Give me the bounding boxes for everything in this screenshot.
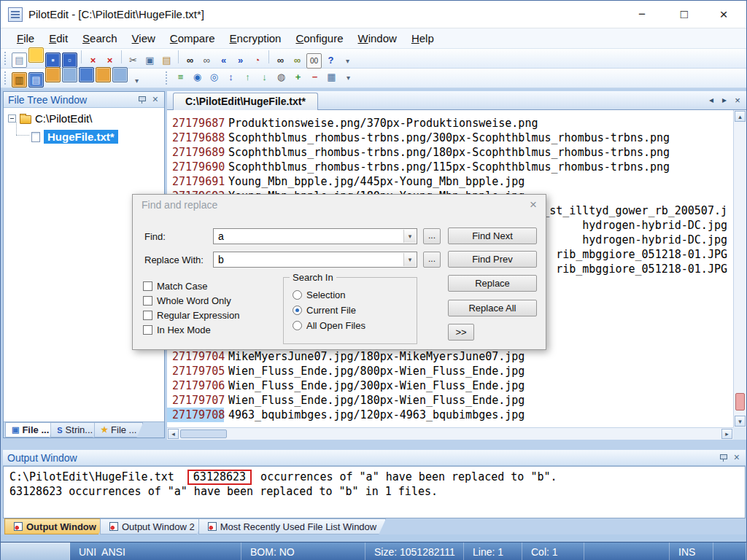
- checkbox-in-hex-mode[interactable]: In Hex Mode: [143, 324, 211, 335]
- radio-selection[interactable]: Selection: [293, 289, 345, 300]
- find-prev-button[interactable]: Find Prev: [448, 251, 537, 268]
- scroll-left-icon[interactable]: ◂: [168, 429, 179, 439]
- collapse-icon[interactable]: −: [307, 70, 322, 85]
- scroll-up-icon[interactable]: ▴: [735, 111, 746, 122]
- checkbox-match-case[interactable]: Match Case: [143, 281, 207, 292]
- menu-window[interactable]: Window: [351, 29, 404, 47]
- web-icon[interactable]: ◎: [206, 70, 222, 85]
- editor-line[interactable]: 27179706Wien_Fluss_Ende.jpg/300px-Wien_F…: [167, 378, 733, 393]
- menu-edit[interactable]: Edit: [42, 29, 75, 47]
- toolbar-grip[interactable]: [166, 71, 168, 85]
- find-next-icon[interactable]: ∞: [199, 53, 214, 69]
- pin-icon[interactable]: [719, 454, 727, 462]
- toolbar-more-icon[interactable]: ▾: [340, 54, 355, 69]
- find-in-files-icon[interactable]: ∞: [273, 53, 288, 69]
- save-all-icon[interactable]: ▫: [62, 52, 77, 68]
- save-icon[interactable]: ▪: [45, 52, 61, 68]
- replace-button[interactable]: Replace: [448, 275, 537, 292]
- tree-node-file[interactable]: HugeFile.txt*: [31, 130, 118, 144]
- scroll-right-icon[interactable]: ▸: [721, 429, 732, 439]
- close-button[interactable]: ×: [704, 1, 743, 28]
- toolbar-grip[interactable]: [4, 71, 7, 85]
- windows-more-icon[interactable]: ▾: [129, 74, 144, 89]
- find-icon[interactable]: ∞: [182, 53, 198, 69]
- tab-scroll-left-icon[interactable]: ◂: [705, 95, 717, 105]
- clip-text-window-icon[interactable]: [62, 67, 77, 82]
- find-dropdown-icon[interactable]: ▾: [403, 230, 416, 243]
- magnifier-icon[interactable]: ◍: [274, 70, 289, 85]
- menu-help[interactable]: Help: [404, 29, 441, 47]
- tab-close-icon[interactable]: ×: [732, 95, 743, 106]
- replace-browse-button[interactable]: ...: [423, 252, 441, 268]
- panel-close-icon[interactable]: ×: [152, 93, 158, 105]
- output-tab-output-window-2[interactable]: Output Window 2: [100, 518, 204, 534]
- tab-scroll-right-icon[interactable]: ▸: [719, 95, 730, 105]
- file-group-window-icon[interactable]: [45, 67, 61, 82]
- more-options-button[interactable]: >>: [448, 324, 474, 341]
- expand-icon[interactable]: +: [290, 70, 306, 85]
- radio-current-file[interactable]: Current File: [293, 305, 356, 316]
- hex-mode-icon[interactable]: 00: [306, 53, 322, 69]
- panel-close-icon[interactable]: ×: [734, 451, 740, 463]
- find-next-button[interactable]: Find Next: [448, 228, 537, 244]
- toolbar-grip[interactable]: [4, 52, 7, 65]
- new-file-icon[interactable]: ▤: [12, 52, 27, 68]
- scheduled-task-icon[interactable]: ◔: [249, 53, 265, 69]
- bookmark-window-icon[interactable]: [112, 67, 128, 82]
- move-down-icon[interactable]: ↓: [257, 70, 272, 85]
- replace-all-button[interactable]: Replace All: [448, 300, 537, 316]
- open-file-icon[interactable]: [28, 47, 44, 63]
- horizontal-scrollbar[interactable]: ◂ ▸: [167, 427, 733, 440]
- find-input[interactable]: a ▾: [213, 228, 417, 244]
- tools-more-icon[interactable]: ▾: [341, 71, 356, 86]
- file-tree-tab-file[interactable]: ▣File ...: [5, 422, 55, 438]
- editor-line[interactable]: 27179688Scophthblmus_rhombus-trbns.png/3…: [167, 131, 733, 145]
- editor-line[interactable]: 271797084963_bqubimbges.jpg/120px-4963_b…: [167, 408, 733, 422]
- editor-line[interactable]: 27179687Produktionsweise.png/370px-Produ…: [167, 116, 733, 131]
- menu-configure[interactable]: Configure: [288, 29, 350, 47]
- radio-all-open-files[interactable]: All Open Files: [293, 320, 365, 331]
- find-browse-button[interactable]: ...: [423, 228, 441, 244]
- paste-icon[interactable]: ▤: [159, 53, 174, 69]
- dialog-close-icon[interactable]: ×: [530, 198, 537, 212]
- tree-expander-icon[interactable]: [8, 114, 16, 122]
- help-icon[interactable]: ?: [323, 53, 338, 69]
- replace-in-files-icon[interactable]: ∞: [290, 53, 305, 69]
- checkbox-regular-expression[interactable]: Regular Expression: [143, 310, 239, 321]
- vertical-scroll-thumb[interactable]: [735, 393, 745, 411]
- ftp-icon[interactable]: ◉: [190, 70, 205, 85]
- vertical-scrollbar[interactable]: ▴ ▾: [733, 110, 746, 427]
- maximize-button[interactable]: □: [665, 1, 704, 28]
- pin-icon[interactable]: [138, 96, 145, 104]
- run-script-icon[interactable]: ≡: [173, 70, 188, 85]
- goto-next-icon[interactable]: »: [233, 53, 248, 69]
- file-tree-tab-file[interactable]: ★File ...: [94, 422, 143, 438]
- editor-line[interactable]: 27179707Wien_Fluss_Ende.jpg/180px-Wien_F…: [167, 393, 733, 408]
- checkbox-whole-word-only[interactable]: Whole Word Only: [143, 295, 231, 306]
- editor-line[interactable]: 27179705Wien_Fluss_Ende.jpg/800px-Wien_F…: [167, 364, 733, 378]
- string-window-icon[interactable]: ▤: [28, 72, 44, 88]
- menu-compare[interactable]: Compare: [163, 29, 222, 47]
- replace-input[interactable]: b ▾: [213, 252, 417, 268]
- editor-line[interactable]: 27179690Scophthblmus_rhombus-trbns.png/1…: [167, 160, 733, 174]
- replace-dropdown-icon[interactable]: ▾: [403, 253, 416, 266]
- menu-search[interactable]: Search: [75, 29, 125, 47]
- scroll-down-icon[interactable]: ▾: [735, 416, 746, 427]
- tree-node-root[interactable]: C:\PilotEdit\: [8, 112, 92, 125]
- goto-previous-icon[interactable]: «: [216, 53, 231, 69]
- editor-line[interactable]: 27179689Scophthblmus_rhombus-trbns.png/1…: [167, 145, 733, 160]
- grid-icon[interactable]: ▦: [324, 70, 339, 85]
- output-tab-most-recently-used-file-list-window[interactable]: Most Recently Used File List Window: [198, 518, 387, 534]
- editor-line[interactable]: 27179704MikeMyersJune07.jpg/180px-MikeMy…: [167, 349, 733, 364]
- file-tree-window-icon[interactable]: ▥: [12, 72, 27, 88]
- sort-icon[interactable]: ↕: [223, 70, 239, 85]
- editor-line[interactable]: 27179691Young_Mbn_bpple.jpg/445px-Young_…: [167, 174, 733, 189]
- file-tree-tab-strin[interactable]: SStrin...: [50, 422, 99, 438]
- editor-tab[interactable]: C:\PilotEdit\HugeFile.txt*: [173, 93, 318, 110]
- move-up-icon[interactable]: ↑: [240, 70, 255, 85]
- output-tab-output-window[interactable]: Output Window: [4, 518, 106, 534]
- output-window-icon[interactable]: [79, 67, 94, 82]
- horizontal-scroll-thumb[interactable]: [180, 429, 227, 438]
- menu-file[interactable]: File: [9, 29, 42, 47]
- menu-view[interactable]: View: [125, 29, 163, 47]
